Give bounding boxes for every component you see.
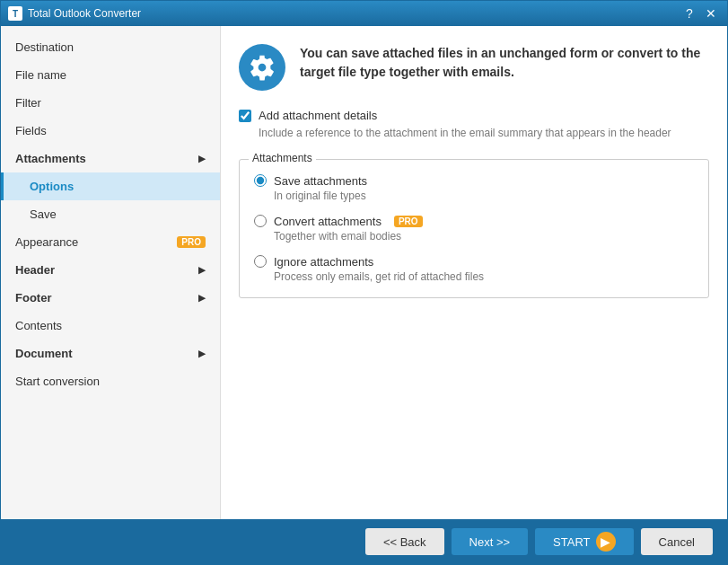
app-icon: T xyxy=(8,6,22,21)
sidebar-item-save[interactable]: Save xyxy=(1,200,220,228)
radio-row-save: Save attachments xyxy=(254,174,694,188)
arrow-icon-footer: ▶ xyxy=(198,293,206,303)
radio-option-ignore: Ignore attachmentsProcess only emails, g… xyxy=(254,255,694,283)
sidebar-item-start-conversion[interactable]: Start conversion xyxy=(1,367,220,395)
radio-input-convert[interactable] xyxy=(254,215,267,227)
add-attachment-desc: Include a reference to the attachment in… xyxy=(259,126,709,141)
sidebar-item-label-save: Save xyxy=(30,207,57,221)
group-box-label: Attachments xyxy=(249,152,316,164)
sidebar-item-label-options: Options xyxy=(30,180,74,193)
close-button[interactable]: ✕ xyxy=(702,5,720,22)
sidebar-item-label-appearance: Appearance xyxy=(15,235,78,249)
sidebar-item-document[interactable]: Document▶ xyxy=(1,340,220,367)
sidebar-item-contents[interactable]: Contents xyxy=(1,312,220,340)
window-controls: ? ✕ xyxy=(680,5,720,22)
sidebar-item-file-name[interactable]: File name xyxy=(1,61,220,89)
info-header: You can save attached files in an unchan… xyxy=(239,44,709,91)
sidebar-item-label-file-name: File name xyxy=(15,68,66,82)
radio-desc-save: In original file types xyxy=(274,190,694,202)
right-panel: You can save attached files in an unchan… xyxy=(221,26,727,519)
sidebar-item-appearance[interactable]: AppearancePRO xyxy=(1,228,220,256)
title-bar: T Total Outlook Converter ? ✕ xyxy=(1,1,727,26)
radio-label-ignore: Ignore attachments xyxy=(274,255,373,269)
sidebar-item-label-start-conversion: Start conversion xyxy=(15,375,100,388)
sidebar-item-filter[interactable]: Filter xyxy=(1,89,220,117)
sidebar-item-label-attachments: Attachments xyxy=(15,152,86,165)
sidebar-item-label-fields: Fields xyxy=(15,124,47,137)
main-content: DestinationFile nameFilterFieldsAttachme… xyxy=(1,26,727,519)
sidebar-item-header[interactable]: Header▶ xyxy=(1,256,220,284)
radio-option-save: Save attachmentsIn original file types xyxy=(254,174,694,202)
radio-row-convert: Convert attachmentsPRO xyxy=(254,215,694,228)
sidebar-item-fields[interactable]: Fields xyxy=(1,117,220,145)
help-button[interactable]: ? xyxy=(680,5,698,22)
pro-badge-inline-convert: PRO xyxy=(394,216,423,227)
sidebar-item-label-footer: Footer xyxy=(15,291,51,305)
sidebar-item-label-destination: Destination xyxy=(15,40,74,54)
sidebar: DestinationFile nameFilterFieldsAttachme… xyxy=(1,26,221,519)
arrow-icon-attachments: ▶ xyxy=(198,154,206,163)
radio-label-save: Save attachments xyxy=(274,174,367,188)
sidebar-item-options[interactable]: Options xyxy=(1,172,220,200)
main-window: T Total Outlook Converter ? ✕ Destinatio… xyxy=(0,0,728,565)
arrow-icon-document: ▶ xyxy=(198,349,206,358)
sidebar-item-attachments[interactable]: Attachments▶ xyxy=(1,145,220,172)
start-button[interactable]: START ▶ xyxy=(535,528,633,555)
start-circle-icon: ▶ xyxy=(596,532,616,552)
checkbox-section: Add attachment details Include a referen… xyxy=(239,109,709,141)
sidebar-item-label-contents: Contents xyxy=(15,319,62,332)
footer-bar: << Back Next >> START ▶ Cancel xyxy=(1,519,727,564)
sidebar-item-footer[interactable]: Footer▶ xyxy=(1,284,220,312)
sidebar-item-label-filter: Filter xyxy=(15,96,41,110)
add-attachment-row: Add attachment details xyxy=(239,109,709,122)
start-label: START xyxy=(553,535,590,549)
sidebar-item-label-document: Document xyxy=(15,347,73,360)
radio-desc-convert: Together with email bodies xyxy=(274,230,694,243)
gear-icon xyxy=(239,44,285,91)
info-text: You can save attached files in an unchan… xyxy=(300,44,709,82)
radio-option-convert: Convert attachmentsPROTogether with emai… xyxy=(254,215,694,243)
radio-label-convert: Convert attachments xyxy=(274,215,382,228)
radio-options: Save attachmentsIn original file typesCo… xyxy=(254,174,694,283)
sidebar-item-destination[interactable]: Destination xyxy=(1,33,220,61)
radio-desc-ignore: Process only emails, get rid of attached… xyxy=(274,270,694,283)
radio-row-ignore: Ignore attachments xyxy=(254,255,694,269)
add-attachment-checkbox[interactable] xyxy=(239,110,251,122)
add-attachment-label: Add attachment details xyxy=(259,109,377,122)
radio-input-ignore[interactable] xyxy=(254,255,267,268)
sidebar-item-label-header: Header xyxy=(15,263,55,277)
window-title: Total Outlook Converter xyxy=(28,7,141,20)
title-bar-left: T Total Outlook Converter xyxy=(8,6,141,21)
next-button[interactable]: Next >> xyxy=(452,528,529,555)
arrow-icon-header: ▶ xyxy=(198,265,206,275)
back-button[interactable]: << Back xyxy=(365,528,444,555)
radio-input-save[interactable] xyxy=(254,174,267,187)
pro-badge-appearance: PRO xyxy=(177,236,206,248)
cancel-button[interactable]: Cancel xyxy=(641,528,713,555)
attachments-group: Attachments Save attachmentsIn original … xyxy=(239,159,709,298)
